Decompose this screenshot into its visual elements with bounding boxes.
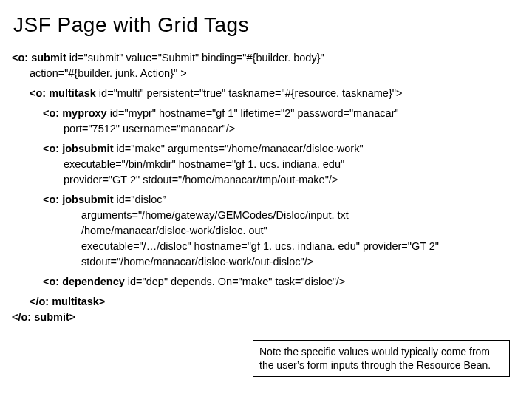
tag-jobsubmit-disloc: <o: jobsubmit [43, 194, 113, 205]
code-line: action="#{builder. junk. Action}" > [10, 66, 522, 81]
code-line: <o: submit id="submit" value="Submit" bi… [10, 50, 522, 66]
tag-myproxy: <o: myproxy [43, 107, 107, 119]
tag-open-multitask: <o: multitask [30, 87, 96, 99]
code-line: <o: myproxy id="mypr" hostname="gf 1" li… [10, 106, 522, 121]
code-block: <o: submit id="submit" value="Submit" bi… [10, 50, 522, 325]
code-line: port="7512" username="manacar"/> [10, 121, 522, 137]
attrs: id="disloc” [113, 194, 166, 205]
tag-dependency: <o: dependency [43, 276, 125, 287]
attrs: id="submit" value="Submit" binding="#{bu… [66, 52, 324, 64]
slide-title: JSF Page with Grid Tags [13, 13, 522, 37]
tag-close-multitask: </o: multitask> [10, 294, 522, 310]
tag-close-submit: </o: submit> [10, 310, 522, 325]
code-line: executable="/…/disloc" hostname="gf 1. u… [10, 239, 522, 270]
attrs: id="multi" persistent="true" taskname="#… [96, 87, 403, 99]
attrs: id="dep" depends. On="make" task="disloc… [125, 276, 346, 287]
code-line: provider="GT 2" stdout="/home/manacar/tm… [10, 172, 522, 188]
note-box: Note the specific values would typically… [253, 340, 510, 377]
attrs: id="mypr" hostname="gf 1" lifetime="2" p… [107, 107, 399, 119]
code-line: /home/manacar/disloc-work/disloc. out" [10, 223, 522, 239]
code-line: arguments="/home/gateway/GEMCodes/Disloc… [10, 208, 522, 223]
code-line: <o: multitask id="multi" persistent="tru… [10, 86, 522, 101]
attrs: id="make" arguments="/home/manacar/dislo… [113, 143, 363, 154]
tag-open-submit: <o: submit [12, 52, 66, 64]
slide: JSF Page with Grid Tags <o: submit id="s… [0, 0, 532, 399]
code-line: <o: jobsubmit id="disloc” [10, 192, 522, 208]
tag-jobsubmit-make: <o: jobsubmit [43, 143, 113, 154]
code-line: <o: jobsubmit id="make" arguments="/home… [10, 141, 522, 157]
code-line: <o: dependency id="dep" depends. On="mak… [10, 274, 522, 290]
code-line: executable="/bin/mkdir" hostname="gf 1. … [10, 157, 522, 172]
